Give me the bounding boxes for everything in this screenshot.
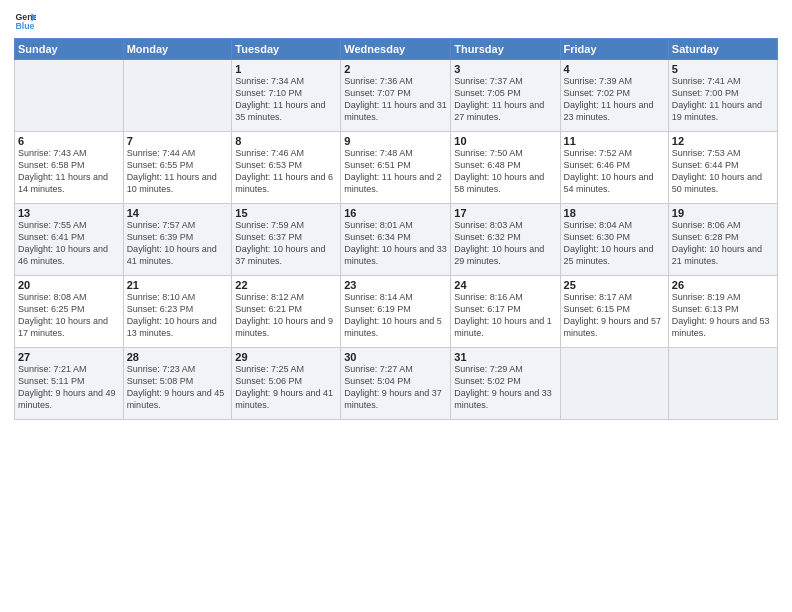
day-info: Sunrise: 8:12 AM Sunset: 6:21 PM Dayligh… (235, 291, 337, 340)
day-number: 11 (564, 135, 665, 147)
calendar-cell: 29Sunrise: 7:25 AM Sunset: 5:06 PM Dayli… (232, 348, 341, 420)
day-info: Sunrise: 7:23 AM Sunset: 5:08 PM Dayligh… (127, 363, 229, 412)
calendar-cell: 6Sunrise: 7:43 AM Sunset: 6:58 PM Daylig… (15, 132, 124, 204)
day-info: Sunrise: 7:44 AM Sunset: 6:55 PM Dayligh… (127, 147, 229, 196)
day-info: Sunrise: 7:41 AM Sunset: 7:00 PM Dayligh… (672, 75, 774, 124)
day-number: 17 (454, 207, 556, 219)
day-info: Sunrise: 7:36 AM Sunset: 7:07 PM Dayligh… (344, 75, 447, 124)
day-number: 28 (127, 351, 229, 363)
day-number: 20 (18, 279, 120, 291)
day-number: 25 (564, 279, 665, 291)
calendar-cell: 16Sunrise: 8:01 AM Sunset: 6:34 PM Dayli… (341, 204, 451, 276)
day-info: Sunrise: 7:48 AM Sunset: 6:51 PM Dayligh… (344, 147, 447, 196)
calendar-cell: 17Sunrise: 8:03 AM Sunset: 6:32 PM Dayli… (451, 204, 560, 276)
calendar-cell: 20Sunrise: 8:08 AM Sunset: 6:25 PM Dayli… (15, 276, 124, 348)
calendar-body: 1Sunrise: 7:34 AM Sunset: 7:10 PM Daylig… (15, 60, 778, 420)
day-number: 23 (344, 279, 447, 291)
weekday-friday: Friday (560, 39, 668, 60)
day-number: 4 (564, 63, 665, 75)
calendar-week-4: 27Sunrise: 7:21 AM Sunset: 5:11 PM Dayli… (15, 348, 778, 420)
weekday-sunday: Sunday (15, 39, 124, 60)
calendar-cell: 14Sunrise: 7:57 AM Sunset: 6:39 PM Dayli… (123, 204, 232, 276)
calendar-cell: 19Sunrise: 8:06 AM Sunset: 6:28 PM Dayli… (668, 204, 777, 276)
calendar-table: SundayMondayTuesdayWednesdayThursdayFrid… (14, 38, 778, 420)
day-number: 16 (344, 207, 447, 219)
weekday-wednesday: Wednesday (341, 39, 451, 60)
calendar-cell: 13Sunrise: 7:55 AM Sunset: 6:41 PM Dayli… (15, 204, 124, 276)
calendar-cell: 26Sunrise: 8:19 AM Sunset: 6:13 PM Dayli… (668, 276, 777, 348)
day-number: 2 (344, 63, 447, 75)
calendar-cell (560, 348, 668, 420)
calendar-cell (123, 60, 232, 132)
calendar-cell: 24Sunrise: 8:16 AM Sunset: 6:17 PM Dayli… (451, 276, 560, 348)
calendar-cell: 30Sunrise: 7:27 AM Sunset: 5:04 PM Dayli… (341, 348, 451, 420)
calendar-cell: 18Sunrise: 8:04 AM Sunset: 6:30 PM Dayli… (560, 204, 668, 276)
calendar-cell: 11Sunrise: 7:52 AM Sunset: 6:46 PM Dayli… (560, 132, 668, 204)
day-info: Sunrise: 7:53 AM Sunset: 6:44 PM Dayligh… (672, 147, 774, 196)
calendar-cell: 31Sunrise: 7:29 AM Sunset: 5:02 PM Dayli… (451, 348, 560, 420)
calendar-cell: 2Sunrise: 7:36 AM Sunset: 7:07 PM Daylig… (341, 60, 451, 132)
page-header: General Blue (14, 10, 778, 32)
calendar-week-0: 1Sunrise: 7:34 AM Sunset: 7:10 PM Daylig… (15, 60, 778, 132)
day-info: Sunrise: 7:43 AM Sunset: 6:58 PM Dayligh… (18, 147, 120, 196)
day-info: Sunrise: 7:27 AM Sunset: 5:04 PM Dayligh… (344, 363, 447, 412)
day-number: 15 (235, 207, 337, 219)
day-number: 26 (672, 279, 774, 291)
day-number: 31 (454, 351, 556, 363)
day-number: 29 (235, 351, 337, 363)
day-info: Sunrise: 7:50 AM Sunset: 6:48 PM Dayligh… (454, 147, 556, 196)
day-info: Sunrise: 8:14 AM Sunset: 6:19 PM Dayligh… (344, 291, 447, 340)
day-info: Sunrise: 7:46 AM Sunset: 6:53 PM Dayligh… (235, 147, 337, 196)
day-number: 6 (18, 135, 120, 147)
calendar-cell: 25Sunrise: 8:17 AM Sunset: 6:15 PM Dayli… (560, 276, 668, 348)
day-number: 8 (235, 135, 337, 147)
calendar-cell: 9Sunrise: 7:48 AM Sunset: 6:51 PM Daylig… (341, 132, 451, 204)
day-info: Sunrise: 8:06 AM Sunset: 6:28 PM Dayligh… (672, 219, 774, 268)
day-number: 21 (127, 279, 229, 291)
day-number: 18 (564, 207, 665, 219)
day-number: 1 (235, 63, 337, 75)
calendar-cell: 1Sunrise: 7:34 AM Sunset: 7:10 PM Daylig… (232, 60, 341, 132)
day-info: Sunrise: 7:21 AM Sunset: 5:11 PM Dayligh… (18, 363, 120, 412)
calendar-cell: 5Sunrise: 7:41 AM Sunset: 7:00 PM Daylig… (668, 60, 777, 132)
calendar-cell: 22Sunrise: 8:12 AM Sunset: 6:21 PM Dayli… (232, 276, 341, 348)
calendar-cell (668, 348, 777, 420)
day-number: 10 (454, 135, 556, 147)
calendar-cell: 23Sunrise: 8:14 AM Sunset: 6:19 PM Dayli… (341, 276, 451, 348)
day-number: 14 (127, 207, 229, 219)
day-number: 22 (235, 279, 337, 291)
day-number: 9 (344, 135, 447, 147)
weekday-saturday: Saturday (668, 39, 777, 60)
day-info: Sunrise: 8:17 AM Sunset: 6:15 PM Dayligh… (564, 291, 665, 340)
day-number: 12 (672, 135, 774, 147)
calendar-week-2: 13Sunrise: 7:55 AM Sunset: 6:41 PM Dayli… (15, 204, 778, 276)
day-info: Sunrise: 8:01 AM Sunset: 6:34 PM Dayligh… (344, 219, 447, 268)
calendar-cell: 28Sunrise: 7:23 AM Sunset: 5:08 PM Dayli… (123, 348, 232, 420)
calendar-cell: 3Sunrise: 7:37 AM Sunset: 7:05 PM Daylig… (451, 60, 560, 132)
logo-icon: General Blue (14, 10, 36, 32)
calendar-cell: 21Sunrise: 8:10 AM Sunset: 6:23 PM Dayli… (123, 276, 232, 348)
weekday-monday: Monday (123, 39, 232, 60)
weekday-header-row: SundayMondayTuesdayWednesdayThursdayFrid… (15, 39, 778, 60)
weekday-thursday: Thursday (451, 39, 560, 60)
weekday-tuesday: Tuesday (232, 39, 341, 60)
day-info: Sunrise: 7:52 AM Sunset: 6:46 PM Dayligh… (564, 147, 665, 196)
day-info: Sunrise: 7:29 AM Sunset: 5:02 PM Dayligh… (454, 363, 556, 412)
logo: General Blue (14, 10, 38, 32)
calendar-cell: 12Sunrise: 7:53 AM Sunset: 6:44 PM Dayli… (668, 132, 777, 204)
day-info: Sunrise: 8:19 AM Sunset: 6:13 PM Dayligh… (672, 291, 774, 340)
day-info: Sunrise: 7:34 AM Sunset: 7:10 PM Dayligh… (235, 75, 337, 124)
day-number: 19 (672, 207, 774, 219)
day-info: Sunrise: 8:04 AM Sunset: 6:30 PM Dayligh… (564, 219, 665, 268)
calendar-week-3: 20Sunrise: 8:08 AM Sunset: 6:25 PM Dayli… (15, 276, 778, 348)
day-number: 7 (127, 135, 229, 147)
calendar-cell: 27Sunrise: 7:21 AM Sunset: 5:11 PM Dayli… (15, 348, 124, 420)
day-number: 27 (18, 351, 120, 363)
day-info: Sunrise: 7:57 AM Sunset: 6:39 PM Dayligh… (127, 219, 229, 268)
day-info: Sunrise: 8:10 AM Sunset: 6:23 PM Dayligh… (127, 291, 229, 340)
calendar-cell: 4Sunrise: 7:39 AM Sunset: 7:02 PM Daylig… (560, 60, 668, 132)
calendar-cell (15, 60, 124, 132)
day-info: Sunrise: 8:08 AM Sunset: 6:25 PM Dayligh… (18, 291, 120, 340)
day-number: 3 (454, 63, 556, 75)
calendar-cell: 10Sunrise: 7:50 AM Sunset: 6:48 PM Dayli… (451, 132, 560, 204)
